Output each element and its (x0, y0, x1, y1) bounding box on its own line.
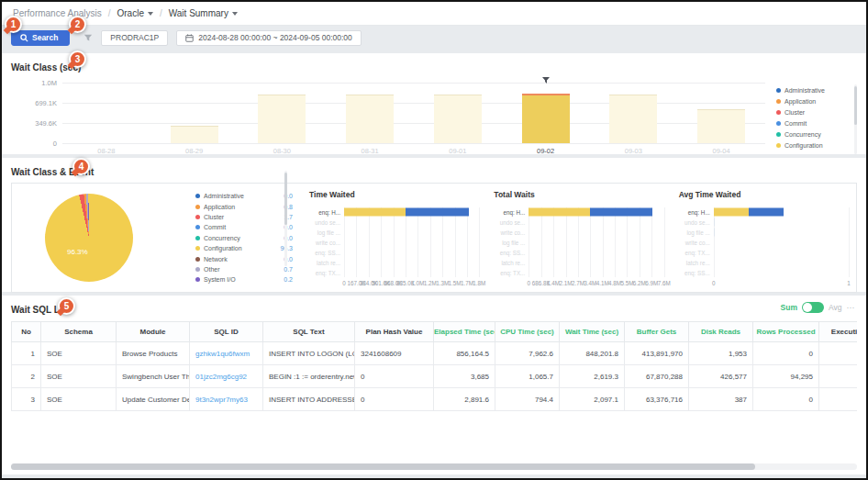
date-range-value: 2024-08-28 00:00:00 ~ 2024-09-05 00:00:0… (198, 33, 352, 42)
x-axis-label: 0 (528, 280, 531, 286)
bar[interactable] (697, 109, 745, 143)
scrollbar-thumb[interactable] (11, 463, 755, 470)
pie-legend-scrollbar[interactable] (284, 171, 287, 266)
pie-legend-item-application[interactable]: Application0.8 (195, 201, 293, 211)
sql-id-link[interactable]: 9t3n2wpr7my63 (190, 388, 263, 411)
column-header-buffer-gets[interactable]: Buffer Gets (625, 322, 689, 342)
x-axis-label: 09-02 (537, 147, 554, 155)
pie-legend-item-commit[interactable]: Commit0.0 (195, 222, 293, 232)
horizontal-scrollbar[interactable] (11, 463, 857, 470)
scrollbar-thumb[interactable] (284, 173, 287, 225)
bar[interactable] (714, 208, 849, 217)
pie-legend-item-configuration[interactable]: Configuration96.3 (195, 243, 293, 253)
legend-value: 0.2 (284, 276, 293, 283)
column-header-sql-text[interactable]: SQL Text (263, 322, 355, 342)
breadcrumb-root[interactable]: Performance Analysis (13, 8, 102, 18)
wait-class-pie-chart[interactable] (45, 194, 133, 282)
pie-legend-item-administrative[interactable]: Administrative0.0 (195, 191, 293, 201)
y-axis-label: enq: SS... (307, 249, 340, 255)
breadcrumb-db-dropdown[interactable]: Oracle (117, 8, 153, 18)
legend-item-application[interactable]: Application (776, 95, 853, 106)
bar-segment (529, 208, 589, 217)
x-axis-label: 4.8M (608, 280, 621, 286)
column-header-elapsed-time-sec-[interactable]: Elapsed Time (sec) (434, 322, 495, 342)
search-button-label: Search (32, 33, 58, 42)
bar[interactable] (344, 208, 479, 217)
table-cell: 794.4 (495, 388, 560, 411)
scrollbar-thumb[interactable] (854, 86, 857, 125)
legend-item-administrative[interactable]: Administrative (776, 84, 853, 95)
wait-sql-card: Wait SQL List Sum Avg ⋯ NoSchemaModuleSQ… (2, 296, 866, 474)
gridline (381, 207, 382, 277)
sql-id-link[interactable]: gzhkw1qu6fwxm (190, 342, 263, 365)
column-header-plan-hash-value[interactable]: Plan Hash Value (355, 322, 434, 342)
legend-item-configuration[interactable]: Configuration (776, 140, 853, 151)
table-row[interactable]: 2SOESwingbench User Thre...01jzc2mg6cg92… (12, 365, 858, 388)
selected-bar[interactable] (522, 94, 570, 143)
sum-avg-toggle[interactable] (802, 302, 824, 313)
bar[interactable] (171, 126, 218, 143)
x-axis-label: 7.6M (658, 280, 671, 286)
pie-legend-item-concurrency[interactable]: Concurrency0.0 (195, 233, 293, 243)
sql-id-link[interactable]: 01jzc2mg6cg92 (190, 365, 263, 388)
x-axis-label: 09-03 (625, 147, 642, 155)
gridline (344, 207, 345, 277)
column-header-wait-time-sec-[interactable]: Wait Time (sec) (560, 322, 625, 342)
more-options-icon[interactable]: ⋯ (847, 303, 856, 312)
instance-select[interactable]: PRODRAC1P (101, 30, 168, 46)
legend-label: Configuration (204, 245, 242, 251)
bar-segment (344, 208, 406, 217)
table-cell: INSERT INTO LOGON (LOGON... (263, 342, 355, 365)
avg-time-waited-plot: 01enq: H...undo se...log file ...write c… (714, 207, 849, 277)
bar[interactable] (258, 95, 306, 143)
total-waits-title: Total Waits (494, 190, 534, 199)
legend-label: Concurrency (204, 235, 240, 241)
date-range-picker[interactable]: 2024-08-28 00:00:00 ~ 2024-09-05 00:00:0… (176, 30, 362, 46)
column-header-rows-processed[interactable]: Rows Processed (753, 322, 819, 342)
legend-item-network[interactable]: Network (776, 151, 853, 154)
column-header-sql-id[interactable]: SQL ID (190, 322, 263, 342)
column-header-schema[interactable]: Schema (41, 322, 117, 342)
x-axis-label: 1.7M (461, 280, 473, 286)
column-header-disk-reads[interactable]: Disk Reads (689, 322, 753, 342)
legend-dot-icon (195, 277, 200, 282)
breadcrumb-page-label: Wait Summary (169, 8, 228, 18)
legend-item-concurrency[interactable]: Concurrency (776, 128, 853, 140)
legend-dot-icon (776, 143, 781, 148)
table-cell: 3,685 (434, 365, 495, 388)
bar[interactable] (714, 229, 849, 237)
pie-legend-item-other[interactable]: Other0.7 (195, 264, 293, 274)
y-axis-label: 0 (15, 140, 57, 148)
legend-item-cluster[interactable]: Cluster (776, 106, 853, 117)
table-row[interactable]: 3SOEUpdate Customer Detai...9t3n2wpr7my6… (12, 388, 858, 411)
bar-segment (590, 208, 652, 217)
gridline (627, 207, 628, 277)
bar[interactable] (529, 208, 663, 217)
column-header-cpu-time-sec-[interactable]: CPU Time (sec) (495, 322, 560, 342)
bar[interactable] (714, 218, 849, 227)
filter-icon[interactable] (83, 33, 93, 42)
gridline (62, 143, 765, 144)
gridline (529, 207, 529, 277)
column-header-executio[interactable]: Executio (819, 322, 858, 342)
table-row[interactable]: 1SOEBrowse Productsgzhkw1qu6fwxmINSERT I… (12, 342, 858, 365)
total-waits-chart: Total Waits 0686.8K1.4M2.1M2.7M3.4M4.1M4… (486, 184, 671, 292)
breadcrumb-db-label: Oracle (117, 8, 144, 18)
pie-legend-item-system-i-o[interactable]: System I/O0.2 (195, 274, 293, 285)
bar[interactable] (609, 95, 657, 143)
breadcrumb-separator: / (108, 8, 111, 18)
gridline (640, 207, 640, 277)
bar[interactable] (346, 95, 394, 143)
breadcrumb-page-dropdown[interactable]: Wait Summary (169, 8, 238, 18)
x-axis-label: 6.9M (645, 280, 658, 286)
pie-legend-item-cluster[interactable]: Cluster1.7 (195, 212, 293, 222)
filter-marker-icon[interactable] (541, 72, 550, 88)
column-header-no[interactable]: No (12, 322, 41, 342)
search-button[interactable]: Search (11, 30, 70, 46)
legend-item-commit[interactable]: Commit (776, 117, 853, 128)
column-header-module[interactable]: Module (117, 322, 190, 342)
pie-legend-item-network[interactable]: Network0.0 (195, 253, 293, 263)
bar[interactable] (434, 95, 482, 143)
x-axis-label: 1.0M (411, 280, 424, 286)
legend-scrollbar[interactable] (854, 84, 857, 154)
